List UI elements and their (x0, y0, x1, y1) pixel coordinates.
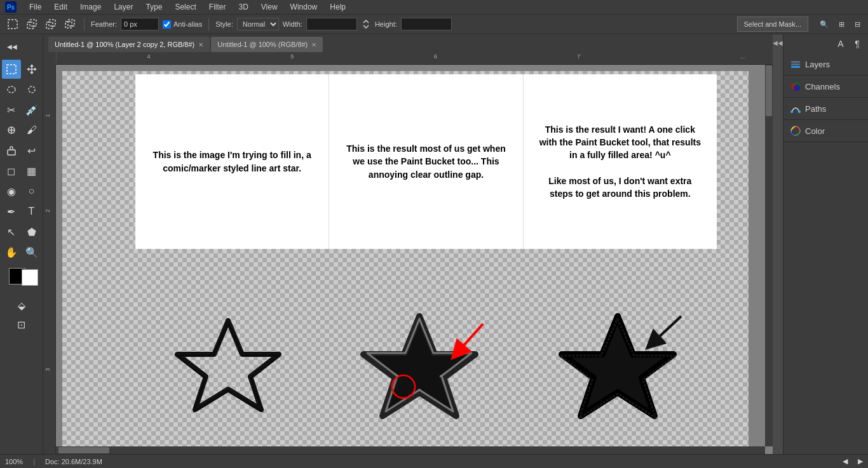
paths-panel-header[interactable]: Paths (783, 98, 868, 120)
menu-edit[interactable]: Edit (51, 1, 70, 13)
rectangular-marquee-tool[interactable] (2, 60, 21, 79)
svg-text:4: 4 (147, 53, 151, 60)
svg-text:3: 3 (44, 368, 51, 371)
add-selection-btn[interactable] (24, 18, 39, 30)
gradient-tool[interactable]: ▦ (22, 161, 41, 180)
eyedropper-tool[interactable]: 💉 (22, 100, 41, 119)
intersect-selection-btn[interactable] (62, 18, 78, 30)
background-color[interactable] (22, 269, 38, 286)
toolbar-separator-1 (84, 18, 85, 30)
path-selection-tool[interactable]: ↖ (2, 222, 21, 241)
svg-rect-13 (8, 150, 15, 155)
scrollbar-thumb-v[interactable] (766, 65, 772, 116)
spot-healing-brush[interactable] (2, 121, 21, 140)
search-btn[interactable]: 🔍 (817, 19, 831, 30)
toolbar-separator-2 (208, 18, 209, 30)
svg-text:6: 6 (434, 53, 437, 60)
status-nav-right[interactable]: ▶ (858, 457, 863, 465)
new-selection-btn[interactable] (5, 18, 20, 30)
text-col-3: This is the result I want! A one click w… (524, 74, 717, 249)
antialias-checkbox[interactable] (163, 20, 171, 29)
pen-tool[interactable]: ✒ (2, 202, 21, 221)
layers-panel-header[interactable]: Layers (783, 53, 868, 76)
dodge-tool[interactable]: ○ (22, 182, 41, 201)
text-tool[interactable]: T (22, 202, 41, 221)
color-panel-header[interactable]: Color (783, 120, 868, 142)
height-input[interactable] (401, 18, 452, 30)
zoom-tool[interactable]: 🔍 (22, 243, 41, 262)
move-tool[interactable] (22, 60, 41, 79)
scrollbar-horizontal[interactable] (56, 446, 765, 454)
select-mask-button[interactable]: Select and Mask... (737, 17, 809, 32)
menu-type[interactable]: Type (143, 1, 165, 13)
svg-point-8 (8, 86, 15, 93)
lasso-tool[interactable] (2, 80, 21, 99)
layers-icon (790, 58, 801, 70)
zoom-btn[interactable]: ⊟ (852, 19, 863, 30)
doc-info: Doc: 20.6M/23.9M (45, 458, 102, 465)
tab-close-1[interactable]: ✕ (311, 41, 316, 48)
shape-tool[interactable]: ⬟ (22, 222, 41, 241)
style-label: Style: (215, 20, 233, 28)
text-col-2: This is the result most of us get when w… (329, 74, 523, 249)
menu-window[interactable]: Window (288, 1, 320, 13)
canvas-scroll[interactable]: This is the image I'm trying to fill in,… (56, 65, 773, 454)
tool-group-crop: ✂ 💉 (2, 100, 41, 119)
collapse-toolbar-btn[interactable]: ◀◀ (3, 37, 22, 56)
collapse-right-btn[interactable]: ◀◀ (773, 39, 783, 46)
zoom-level: 100% (5, 458, 23, 465)
scrollbar-vertical[interactable] (765, 65, 773, 446)
svg-point-41 (790, 110, 793, 113)
menu-file[interactable]: File (27, 1, 44, 13)
history-brush-tool[interactable]: ↩ (22, 141, 41, 160)
feather-input[interactable] (121, 18, 159, 30)
brush-tool[interactable]: 🖌 (22, 121, 41, 140)
crop-tool[interactable]: ✂ (2, 100, 21, 119)
menu-view[interactable]: View (259, 1, 280, 13)
menu-select[interactable]: Select (172, 1, 198, 13)
black-arrow (634, 311, 691, 362)
style-select[interactable]: Normal (237, 18, 279, 30)
menu-image[interactable]: Image (78, 1, 104, 13)
channels-panel-header[interactable]: Channels (783, 76, 868, 98)
main-area: ◀◀ ✂ 💉 🖌 (0, 34, 868, 454)
tool-group-select (2, 60, 41, 79)
clone-stamp-tool[interactable] (2, 141, 21, 160)
right-panel-collapse: ◀◀ (773, 34, 783, 454)
channels-icon (790, 81, 801, 92)
width-input[interactable] (306, 18, 357, 30)
svg-point-42 (798, 110, 801, 113)
svg-line-29 (458, 324, 483, 352)
status-nav-left[interactable]: ◀ (843, 457, 848, 465)
paragraph-panel-btn[interactable]: ¶ (850, 37, 864, 51)
svg-rect-2 (30, 20, 36, 26)
color-boxes: ⬙ ⊡ (9, 268, 34, 334)
quick-selection-tool[interactable] (22, 80, 41, 99)
svg-rect-0 (8, 20, 17, 29)
menu-help[interactable]: Help (327, 1, 348, 13)
eraser-tool[interactable]: ◻ (2, 161, 21, 180)
change-mode-btn[interactable]: ⊡ (12, 315, 31, 334)
quick-mask-btn[interactable]: ⬙ (12, 296, 31, 315)
subtract-selection-btn[interactable] (43, 18, 58, 30)
svg-rect-4 (49, 20, 55, 26)
panel-top-icons: A ¶ (783, 34, 868, 53)
tool-group-heal: 🖌 (2, 121, 41, 140)
hand-tool[interactable]: ✋ (2, 243, 21, 262)
tab-layer2copy2[interactable]: Untitled-1 @ 100% (Layer 2 copy 2, RGB/8… (48, 37, 210, 52)
tab-close-0[interactable]: ✕ (198, 41, 203, 48)
svg-point-40 (794, 84, 800, 91)
text-col-1: This is the image I'm trying to fill in,… (135, 74, 329, 249)
menu-layer[interactable]: Layer (111, 1, 135, 13)
paths-icon (790, 103, 801, 114)
right-panel: A ¶ Layers Channels (783, 34, 868, 454)
ruler-h-svg: 4 5 6 7 ... (56, 52, 773, 63)
canvas-wrapper: Untitled-1 @ 100% (Layer 2 copy 2, RGB/8… (43, 34, 773, 454)
blur-tool[interactable]: ◉ (2, 182, 21, 201)
tab-rgb[interactable]: Untitled-1 @ 100% (RGB/8#) ✕ (211, 37, 323, 52)
scrollbar-thumb-h[interactable] (58, 447, 109, 453)
view-mode-btn[interactable]: ⊞ (836, 19, 847, 30)
text-panel-btn[interactable]: A (834, 37, 848, 51)
menu-filter[interactable]: Filter (207, 1, 229, 13)
menu-3d[interactable]: 3D (236, 1, 250, 13)
